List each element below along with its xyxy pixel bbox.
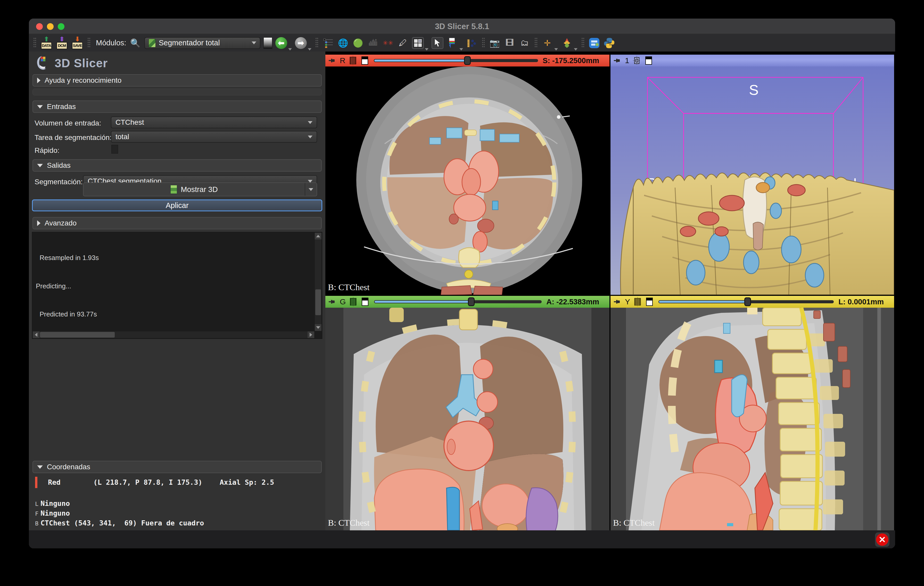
module-selector[interactable]: Segmentador total bbox=[144, 37, 261, 49]
caret-down-icon bbox=[37, 105, 43, 109]
advanced-section-label: Avanzado bbox=[45, 219, 77, 227]
green-slice-view[interactable]: B: CTChest bbox=[325, 308, 609, 530]
crosshair-dropdown-arrow-icon[interactable] bbox=[554, 48, 558, 51]
red-slider-handle[interactable] bbox=[464, 56, 471, 65]
scroll-left-button[interactable] bbox=[33, 331, 40, 338]
green-background-volume-label: B: CTChest bbox=[328, 518, 370, 528]
slice-layout-icon[interactable] bbox=[361, 297, 370, 306]
window-level-icon[interactable] bbox=[447, 37, 459, 49]
segmentation-task-combobox[interactable]: total bbox=[111, 131, 317, 143]
back-history-arrow-icon[interactable] bbox=[288, 48, 292, 51]
scroll-right-button[interactable] bbox=[308, 331, 314, 338]
chevron-down-icon bbox=[308, 180, 312, 183]
threed-view[interactable]: S R P L bbox=[610, 66, 894, 295]
forward-history-arrow-icon[interactable] bbox=[308, 48, 312, 51]
probe-background-layer-row: B CTChest (543, 341, 69) Fuera de cuadro bbox=[35, 519, 204, 527]
red-slice-slider[interactable] bbox=[374, 59, 538, 62]
threed-header: 1 bbox=[610, 54, 894, 66]
layer-b-value: CTChest (543, 341, 69) Fuera de cuadro bbox=[40, 519, 204, 527]
pin-icon[interactable] bbox=[328, 297, 337, 306]
probe-ras-coordinates: (L 218.7, P 87.8, I 175.3) bbox=[93, 478, 202, 486]
close-notification-button[interactable]: ✕ bbox=[875, 532, 889, 547]
show-3d-dropdown[interactable] bbox=[305, 183, 317, 196]
pin-icon[interactable] bbox=[613, 56, 622, 65]
slice-layout-icon[interactable] bbox=[360, 56, 369, 65]
slice-layout-icon[interactable] bbox=[645, 297, 654, 306]
ruler-crosshair-icon[interactable] bbox=[466, 37, 478, 49]
slice-visibility-grid-icon[interactable] bbox=[349, 297, 358, 306]
scroll-up-button[interactable] bbox=[315, 233, 322, 239]
title-bar: 3D Slicer 5.8.1 bbox=[29, 18, 895, 34]
apply-button[interactable]: Aplicar bbox=[32, 199, 322, 211]
dicom-button[interactable]: ⬍ DCM bbox=[56, 37, 68, 49]
python-console-icon[interactable] bbox=[603, 37, 615, 49]
chevron-down-icon bbox=[308, 135, 312, 138]
scene-restore-icon[interactable]: 🗂 bbox=[519, 37, 531, 49]
help-section-header[interactable]: Ayuda y reconocimiento bbox=[33, 74, 322, 87]
outputs-section-header[interactable]: Salidas bbox=[33, 159, 322, 172]
markups-pen-icon[interactable]: 🖊 bbox=[397, 37, 409, 49]
green-slice-slider[interactable] bbox=[374, 300, 542, 303]
back-button[interactable]: ⬅ bbox=[276, 37, 287, 49]
log-vertical-scrollbar[interactable] bbox=[315, 233, 322, 331]
volumes-icon[interactable]: 🏙 bbox=[367, 37, 379, 49]
annotations-icon[interactable]: ✳✳ bbox=[382, 37, 394, 49]
segmentation-task-label: Tarea de segmentación: bbox=[35, 133, 112, 142]
slice-visibility-grid-icon[interactable] bbox=[633, 297, 642, 306]
scene-view-icon[interactable]: 🎞 bbox=[504, 37, 516, 49]
status-log[interactable]: Resampled in 1.93s Predicting... Predict… bbox=[32, 232, 322, 339]
yellow-slider-handle[interactable] bbox=[744, 297, 751, 306]
mouse-interaction-cursor-icon[interactable] bbox=[432, 37, 444, 49]
coordinates-section-header[interactable]: Coordenadas bbox=[33, 461, 322, 473]
dicom-label: DCM bbox=[56, 42, 67, 49]
log-horizontal-scrollbar[interactable] bbox=[33, 331, 314, 338]
models-icon[interactable]: 🟢 bbox=[352, 37, 364, 49]
forward-button[interactable]: ➡ bbox=[295, 37, 307, 49]
red-slice-view[interactable]: B: CTChest bbox=[325, 66, 609, 295]
toolbar-drag-handle[interactable] bbox=[33, 38, 36, 48]
green-slice-viewport[interactable]: G A: -22.5383mm bbox=[325, 296, 609, 530]
extensions-favorites-icon[interactable] bbox=[561, 37, 573, 49]
pin-icon[interactable] bbox=[613, 297, 622, 306]
layout-selector-button[interactable] bbox=[412, 37, 424, 49]
orientation-s-label: S bbox=[749, 82, 759, 98]
screenshot-icon[interactable]: 📷 bbox=[489, 37, 501, 49]
save-button[interactable]: ⬇ SAVE bbox=[71, 37, 84, 49]
inputs-section-header[interactable]: Entradas bbox=[33, 100, 322, 113]
yellow-slice-slider[interactable] bbox=[658, 300, 834, 303]
favorites-dropdown-arrow-icon[interactable] bbox=[574, 48, 578, 51]
yellow-slice-view[interactable]: B: CTChest bbox=[610, 308, 894, 530]
subject-hierarchy-icon[interactable] bbox=[322, 37, 334, 49]
scroll-down-button[interactable] bbox=[315, 324, 322, 331]
toolbar-separator bbox=[535, 38, 537, 48]
threed-viewport[interactable]: 1 bbox=[610, 54, 894, 295]
view-layout-icon[interactable] bbox=[644, 56, 653, 65]
vertical-scroll-thumb[interactable] bbox=[315, 290, 321, 315]
window-level-dropdown-arrow-icon[interactable] bbox=[459, 48, 463, 51]
center-view-icon[interactable] bbox=[632, 56, 641, 65]
status-strip: ✕ bbox=[29, 530, 895, 548]
layer-f-prefix: F bbox=[35, 510, 38, 517]
red-slice-viewport[interactable]: R S: -175.2500mm bbox=[325, 54, 609, 295]
crosshair-icon[interactable]: ✛ bbox=[541, 37, 553, 49]
load-data-button[interactable]: ⬆ DATA bbox=[40, 37, 53, 49]
module-panel: 3D Slicer Ayuda y reconocimiento Entrada… bbox=[29, 51, 325, 530]
green-slider-handle[interactable] bbox=[468, 297, 475, 306]
extensions-manager-icon[interactable] bbox=[588, 37, 600, 49]
apply-button-label: Aplicar bbox=[166, 201, 189, 210]
yellow-slice-viewport[interactable]: Y L: 0.0001mm bbox=[610, 296, 894, 530]
pin-icon[interactable] bbox=[328, 56, 337, 65]
slice-visibility-grid-icon[interactable] bbox=[348, 56, 357, 65]
layout-dropdown-arrow-icon[interactable] bbox=[425, 48, 429, 51]
advanced-section-header[interactable]: Avanzado bbox=[33, 217, 322, 229]
toolbar-separator bbox=[482, 38, 485, 48]
fast-checkbox[interactable] bbox=[111, 145, 118, 153]
horizontal-scroll-thumb[interactable] bbox=[40, 332, 115, 337]
show-3d-button[interactable]: Mostrar 3D bbox=[83, 183, 317, 196]
module-search-icon[interactable]: 🔍 bbox=[129, 37, 141, 49]
red-slice-offset: S: -175.2500mm bbox=[543, 56, 599, 65]
volume-rendering-icon[interactable]: 🌐 bbox=[337, 37, 349, 49]
input-volume-combobox[interactable]: CTChest bbox=[111, 117, 317, 128]
module-history-icon[interactable] bbox=[264, 37, 272, 49]
caret-right-icon bbox=[37, 77, 40, 83]
